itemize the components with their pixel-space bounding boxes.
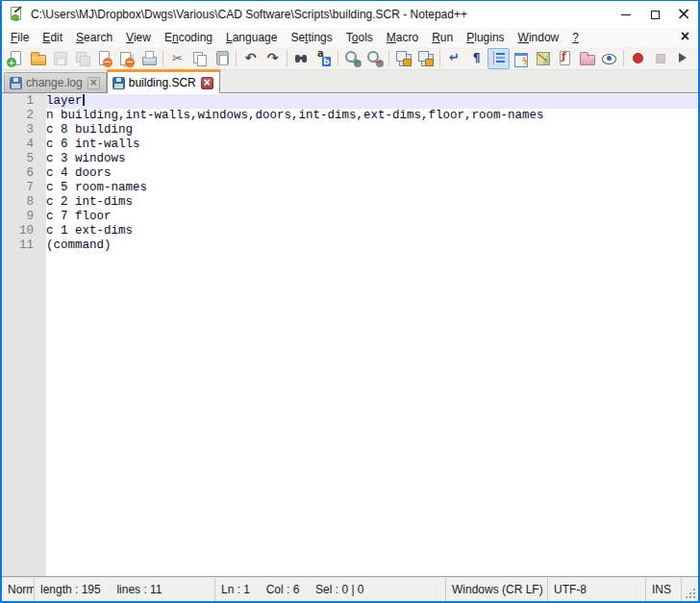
menu-plugins[interactable]: Plugins	[460, 29, 511, 46]
line-text[interactable]: c 5 room-names	[46, 181, 698, 195]
menu-help[interactable]: ?	[565, 29, 586, 46]
line-text[interactable]: c 1 ext-dims	[46, 224, 698, 239]
line-text[interactable]: c 6 int-walls	[46, 138, 698, 152]
toolbar-copy-button[interactable]	[188, 48, 211, 69]
menu-window[interactable]: Window	[512, 29, 566, 46]
toolbar-new-file-button[interactable]	[5, 48, 27, 69]
menu-search[interactable]: Search	[69, 29, 119, 46]
line-number[interactable]: 10	[2, 224, 46, 239]
menu-tools[interactable]: Tools	[339, 29, 380, 46]
saved-file-icon	[112, 77, 125, 89]
zoom-in-icon	[344, 50, 361, 66]
line-text[interactable]: layer	[46, 94, 698, 109]
toolbar-macro-run-multiple-button[interactable]	[693, 48, 700, 69]
line-number[interactable]: 7	[2, 181, 46, 195]
tab-change-log[interactable]: change.log	[4, 72, 107, 92]
status-encoding[interactable]: UTF-8	[548, 578, 646, 601]
toolbar-user-defined-dialog-button[interactable]	[510, 48, 532, 69]
app-icon-chameleon	[12, 14, 19, 21]
paste-icon	[213, 50, 230, 66]
toolbar-close-file-button[interactable]	[93, 48, 115, 69]
toolbar-monitoring-button[interactable]	[598, 48, 620, 69]
wrap-icon	[446, 50, 462, 66]
editor-lines: 1layer2n building,int-walls,windows,door…	[2, 94, 698, 253]
redo-icon	[264, 50, 281, 66]
line-text[interactable]: (command)	[46, 239, 698, 253]
menu-language[interactable]: Language	[219, 29, 284, 46]
toolbar-paste-button[interactable]	[211, 48, 233, 69]
toolbar-close-all-button[interactable]	[115, 48, 138, 69]
status-insert-mode[interactable]: INS	[646, 578, 682, 601]
toolbar-zoom-out-button[interactable]	[363, 48, 386, 69]
menu-macro[interactable]: Macro	[380, 29, 425, 46]
tab-close-icon[interactable]	[201, 77, 213, 89]
menu-edit[interactable]: Edit	[36, 29, 69, 46]
close-button[interactable]	[669, 1, 698, 28]
toolbar-buttons	[5, 48, 700, 69]
line-number[interactable]: 3	[2, 123, 46, 138]
toolbar-print-button[interactable]	[138, 48, 160, 69]
docmap-icon	[535, 50, 551, 66]
line-number[interactable]: 5	[2, 152, 46, 166]
undo-icon	[242, 50, 259, 66]
toolbar-open-file-button[interactable]	[27, 48, 49, 69]
toolbar-document-map-button[interactable]	[532, 48, 554, 69]
toolbar-sync-horizontal-scroll-button[interactable]	[414, 48, 437, 69]
toolbar-find-button[interactable]	[290, 48, 312, 69]
toolbar-folder-as-workspace-button[interactable]	[576, 48, 598, 69]
find-icon	[293, 50, 310, 66]
line-number[interactable]: 8	[2, 195, 46, 210]
toolbar-sync-vertical-scroll-button[interactable]	[392, 48, 414, 69]
record-icon	[630, 50, 646, 66]
toolbar-cut-button[interactable]	[166, 48, 188, 69]
document-close-icon[interactable]	[681, 30, 689, 44]
line-number[interactable]: 9	[2, 210, 46, 224]
menu-file[interactable]: File	[4, 29, 36, 46]
line-number[interactable]: 2	[2, 109, 46, 123]
editor-line: 9c 7 floor	[2, 210, 698, 224]
notepadpp-app-icon[interactable]	[9, 7, 24, 22]
menu-run[interactable]: Run	[425, 29, 460, 46]
toolbar-undo-button[interactable]	[239, 48, 262, 69]
editor[interactable]: 1layer2n building,int-walls,windows,door…	[2, 93, 698, 576]
title-bar[interactable]: C:\Users\MJ\Dropbox\Dwgs\Various\CAD Sof…	[2, 1, 698, 28]
toolbar-replace-button[interactable]	[312, 48, 335, 69]
line-number[interactable]: 11	[2, 239, 46, 253]
menubar: FileEditSearchViewEncodingLanguageSettin…	[2, 28, 698, 47]
toolbar-redo-button[interactable]	[262, 48, 284, 69]
toolbar-show-indent-guide-button[interactable]	[488, 48, 510, 69]
toolbar-save-file-button	[49, 48, 71, 69]
editor-line: 4c 6 int-walls	[2, 138, 698, 152]
status-cursor-position[interactable]: Ln : 1 Col : 6 Sel : 0 | 0	[215, 578, 446, 601]
editor-line: 3c 8 building	[2, 123, 698, 138]
status-eol-format[interactable]: Windows (CR LF)	[446, 578, 548, 601]
editor-line: 2n building,int-walls,windows,doors,int-…	[2, 109, 698, 123]
line-text[interactable]: n building,int-walls,windows,doors,int-d…	[46, 109, 698, 123]
menu-view[interactable]: View	[119, 29, 158, 46]
line-text[interactable]: c 8 building	[46, 123, 698, 138]
line-number[interactable]: 6	[2, 166, 46, 181]
toolbar-word-wrap-button[interactable]	[443, 48, 465, 69]
editor-line: 1layer	[2, 94, 698, 109]
line-text[interactable]: c 4 doors	[46, 166, 698, 181]
tab-close-icon[interactable]	[88, 77, 100, 89]
minimize-button[interactable]	[612, 1, 640, 28]
menu-settings[interactable]: Settings	[284, 29, 338, 46]
toolbar-macro-record-button[interactable]	[627, 48, 649, 69]
toolbar-macro-playback-button[interactable]	[671, 48, 693, 69]
toolbar-show-all-characters-button[interactable]	[465, 48, 488, 69]
editor-line: 6c 4 doors	[2, 166, 698, 181]
maximize-button[interactable]	[640, 1, 669, 28]
tab-building-scr[interactable]: building.SCR	[107, 69, 220, 93]
tab-bar: change.logbuilding.SCR	[2, 70, 698, 93]
line-number[interactable]: 1	[2, 94, 46, 109]
toolbar-function-list-button[interactable]	[554, 48, 576, 69]
resize-grip-icon[interactable]	[693, 596, 695, 598]
line-text[interactable]: c 2 int-dims	[46, 195, 698, 210]
tabbar-tabs: change.logbuilding.SCR	[4, 70, 220, 92]
line-text[interactable]: c 3 windows	[46, 152, 698, 166]
menu-encoding[interactable]: Encoding	[158, 29, 219, 46]
toolbar-zoom-in-button[interactable]	[341, 48, 363, 69]
line-number[interactable]: 4	[2, 138, 46, 152]
line-text[interactable]: c 7 floor	[46, 210, 698, 224]
